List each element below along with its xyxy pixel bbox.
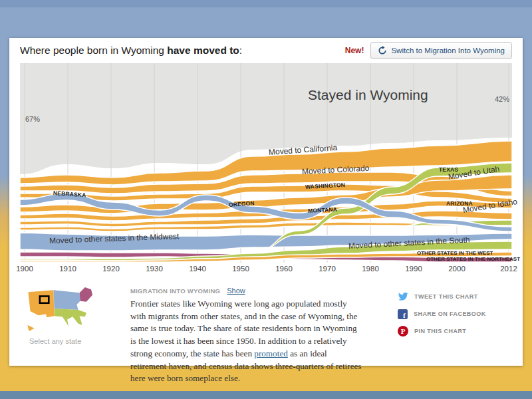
stream-label-other-northeast: Other states in the Northeast [426, 256, 520, 262]
axis-tick-2000: 2000 [448, 265, 466, 273]
axis-tick-1900: 1900 [16, 265, 33, 273]
pinterest-button[interactable]: P Pin this chart [398, 323, 511, 340]
axis-tick-1980: 1980 [362, 265, 379, 273]
tweet-button[interactable]: Tweet this chart [398, 288, 511, 305]
axis-tick-1960: 1960 [275, 265, 293, 273]
description-block: Migration into Wyoming Show Frontier sta… [130, 287, 364, 385]
axis-tick-1950: 1950 [232, 265, 249, 273]
axis-tick-1910: 1910 [59, 265, 76, 273]
description-text: Frontier states like Wyoming were long a… [130, 298, 364, 385]
map-caption: Select any state [29, 337, 114, 345]
axis-tick-1930: 1930 [146, 265, 163, 273]
axis-tick-1940: 1940 [189, 265, 206, 273]
facebook-share-button[interactable]: f Share on Facebook [398, 305, 511, 323]
pin-label: Pin this chart [414, 328, 466, 334]
switch-arrows-icon [378, 46, 387, 55]
stream-label-stayed: Stayed in Wyoming [308, 87, 428, 103]
svg-text:f: f [403, 311, 406, 319]
new-badge: New! [345, 46, 364, 55]
switch-view-button[interactable]: Switch to Migration Into Wyoming [370, 42, 512, 59]
axis-tick-1970: 1970 [319, 265, 336, 273]
pct-label-1900: 67% [25, 115, 40, 123]
x-axis: 1900191019201930194019501960197019801990… [20, 265, 512, 277]
share-panel: Tweet this chart f Share on Facebook P P… [398, 288, 511, 340]
switch-button-label: Switch to Migration Into Wyoming [391, 47, 505, 55]
page-top-strip [0, 0, 532, 7]
description-kicker: Migration into Wyoming [130, 287, 220, 295]
facebook-icon: f [398, 309, 408, 319]
stream-label-other-west: Other states in the West [417, 250, 493, 256]
streamgraph-chart[interactable]: Stayed in Wyoming 67% 42% Moved to Calif… [20, 63, 512, 263]
page-bottom-strip [0, 391, 532, 399]
page-title: Where people born in Wyoming have moved … [20, 45, 242, 57]
page: { "colors": { "background_top": "#8ca6c9… [0, 0, 532, 399]
pct-label-2012: 42% [495, 95, 509, 103]
show-link[interactable]: Show [227, 287, 245, 295]
card-header: Where people born in Wyoming have moved … [20, 38, 512, 63]
tweet-label: Tweet this chart [414, 293, 478, 300]
chart-card: Where people born in Wyoming have moved … [9, 38, 523, 366]
us-regions-map-icon[interactable] [24, 285, 108, 333]
state-selector-map[interactable]: Select any state [24, 285, 114, 345]
facebook-label: Share on Facebook [414, 311, 486, 317]
streamgraph-svg [20, 63, 512, 263]
header-controls: New! Switch to Migration Into Wyoming [345, 42, 512, 59]
bottom-panel: Select any state Migration into Wyoming … [20, 285, 512, 364]
axis-tick-1920: 1920 [102, 265, 120, 273]
svg-text:P: P [401, 327, 406, 335]
axis-tick-2012: 2012 [500, 265, 517, 273]
promoted-link[interactable]: promoted [254, 348, 288, 358]
pinterest-icon: P [398, 326, 408, 336]
twitter-icon [398, 291, 408, 302]
axis-tick-1990: 1990 [405, 265, 422, 273]
